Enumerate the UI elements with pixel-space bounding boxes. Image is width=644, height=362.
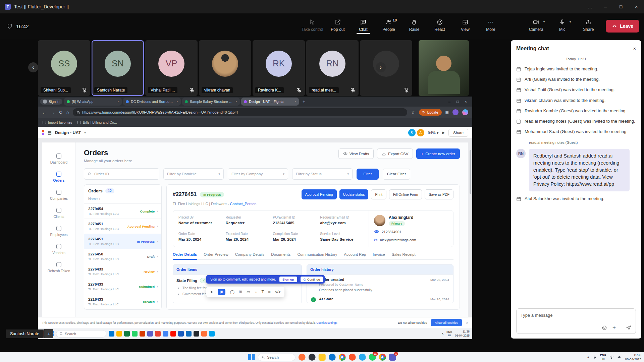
- window-maximize-icon[interactable]: □: [613, 0, 629, 13]
- sidebar-item[interactable]: Employees: [42, 223, 75, 240]
- browser-close-icon[interactable]: ×: [465, 100, 467, 104]
- order-action-button[interactable]: Update status: [339, 189, 369, 199]
- detail-tab[interactable]: Communication History: [297, 252, 337, 259]
- taskbar-app-icon[interactable]: [140, 331, 145, 337]
- view-drafts-button[interactable]: View Drafts: [338, 148, 374, 159]
- contact-email[interactable]: alex@vstatefilings.com: [380, 238, 416, 242]
- taskbar-app-icon[interactable]: [201, 331, 207, 337]
- favorite-item[interactable]: Import favorites: [43, 120, 72, 124]
- section-tool-icon[interactable]: ⌗: [268, 290, 271, 294]
- filter-domicile-select[interactable]: Filter by Domicile▾: [163, 168, 224, 180]
- mic-dropdown-icon[interactable]: ▾: [570, 20, 571, 23]
- browser-maximize-icon[interactable]: □: [457, 100, 459, 104]
- cursor-tool-icon[interactable]: ➤: [210, 290, 213, 294]
- start-button-icon[interactable]: [248, 354, 255, 361]
- contact-person-link[interactable]: Contact_Person: [230, 202, 257, 206]
- present-play-icon[interactable]: ▶: [442, 131, 445, 134]
- figma-logo-icon[interactable]: [42, 130, 44, 135]
- taskbar-app-icon[interactable]: [155, 331, 161, 337]
- tab-close-icon[interactable]: ×: [117, 100, 119, 103]
- order-row[interactable]: 2276450 TL Flex Holdings LLC Draft ›: [84, 249, 161, 264]
- detail-tab[interactable]: Sales Receipt: [392, 252, 416, 259]
- taskbar-app-icon[interactable]: [194, 331, 199, 337]
- order-row[interactable]: 2216433 TL Flex Holdings LLC Created ›: [84, 294, 161, 309]
- shape-tool-icon[interactable]: ◯: [230, 290, 234, 294]
- figma-canvas[interactable]: Dashboard Orders Companies Clients Emplo…: [38, 139, 472, 328]
- extensions-icon[interactable]: ▦: [445, 110, 449, 115]
- url-bar[interactable]: https://www.figma.com/design/9BKQ0FOHRWa…: [73, 108, 407, 116]
- cookie-settings-link[interactable]: Cookies settings: [316, 321, 337, 324]
- mic-button[interactable]: ▾ Mic: [550, 16, 574, 34]
- taskbar-app-icon[interactable]: [147, 331, 153, 337]
- close-chat-icon[interactable]: ×: [633, 46, 636, 51]
- figma-doc-title[interactable]: Design - UAT: [55, 130, 81, 135]
- taskbar-search-input[interactable]: Search: [258, 354, 295, 361]
- share-button[interactable]: Share: [576, 16, 600, 34]
- window-minimize-icon[interactable]: –: [598, 0, 613, 13]
- browser-minimize-icon[interactable]: –: [448, 100, 450, 104]
- favorites-star-icon[interactable]: ☆: [411, 110, 415, 115]
- browser-profile-icon[interactable]: [452, 109, 459, 115]
- detail-tab[interactable]: Order Details: [173, 252, 197, 259]
- doc-title-chevron-icon[interactable]: ▾: [84, 131, 86, 134]
- back-icon[interactable]: ←: [42, 110, 47, 115]
- order-action-button[interactable]: Fill Online Form: [389, 189, 422, 199]
- filter-button[interactable]: Filter: [357, 169, 379, 180]
- scroll-right-icon[interactable]: ›: [376, 62, 386, 72]
- favorite-item[interactable]: Bills | Billing and Co...: [77, 120, 117, 124]
- taskbar-app-icon[interactable]: [359, 354, 366, 361]
- filter-company-select[interactable]: Filter by Company▾: [228, 168, 288, 180]
- taskbar-app-icon[interactable]: 1: [389, 354, 396, 361]
- tray-chevron-icon[interactable]: ∧: [587, 355, 589, 359]
- name-column-header[interactable]: Name: [88, 197, 98, 201]
- text-tool-icon[interactable]: T: [261, 290, 264, 294]
- allow-cookies-button[interactable]: Allow all cookies: [431, 319, 462, 326]
- language-indicator[interactable]: ENGIN: [600, 354, 606, 360]
- window-more-icon[interactable]: …: [582, 0, 598, 13]
- participant-tile[interactable]: SN Santosh Narate: [92, 40, 144, 96]
- order-action-button[interactable]: Save as PDF: [425, 189, 453, 199]
- order-id-search-input[interactable]: Order ID: [84, 168, 159, 180]
- participant-tile[interactable]: vikram chavan: [199, 40, 251, 96]
- taskbar-app-icon[interactable]: [308, 354, 315, 361]
- canvas-scrollbar[interactable]: [470, 150, 471, 194]
- collaborator-avatar[interactable]: A: [417, 129, 424, 136]
- taskbar-search-input[interactable]: Search: [56, 330, 106, 338]
- detail-tab[interactable]: Company Details: [235, 252, 265, 259]
- taskbar-app-icon[interactable]: [178, 331, 184, 337]
- taskbar-clock[interactable]: 11:3808-04-2025: [455, 330, 470, 337]
- participant-tile[interactable]: [360, 40, 412, 96]
- sidebar-item[interactable]: Dashboard: [42, 150, 75, 167]
- participant-tile[interactable]: RN read.ai mee...: [306, 40, 359, 96]
- more-button[interactable]: ⋯ More: [479, 16, 503, 34]
- chat-button[interactable]: Chat: [351, 16, 375, 34]
- emoji-icon[interactable]: [602, 325, 607, 330]
- raise-hand-button[interactable]: Raise: [402, 16, 426, 34]
- order-row[interactable]: 2279454 TL Flex Holdings LLC Complete ›: [84, 204, 161, 219]
- scroll-left-icon[interactable]: ‹: [28, 62, 38, 72]
- refresh-icon[interactable]: ↻: [59, 110, 63, 115]
- zoom-level[interactable]: 94% ▾: [428, 130, 439, 135]
- rect-tool-icon[interactable]: ▭: [247, 290, 250, 294]
- sidebar-item[interactable]: Vendors: [42, 241, 75, 258]
- google-continue-button[interactable]: GContinue: [301, 277, 323, 282]
- view-button[interactable]: View: [453, 16, 477, 34]
- pin-presenter-icon[interactable]: +: [44, 329, 53, 338]
- people-button[interactable]: 10 People: [377, 16, 401, 34]
- contact-phone[interactable]: 2123874901: [382, 230, 401, 234]
- participant-tile[interactable]: RK Ravindra K...: [253, 40, 305, 96]
- participant-video-tile[interactable]: [419, 40, 469, 96]
- collaborator-avatar[interactable]: S: [408, 129, 416, 136]
- taskbar-app-icon[interactable]: 81: [369, 354, 376, 361]
- window-close-icon[interactable]: ×: [629, 0, 644, 13]
- order-row[interactable]: 2276451 TL Flex Holdings LLC In Progress…: [84, 234, 161, 249]
- tab-close-icon[interactable]: ×: [235, 100, 237, 103]
- sidebar-item[interactable]: Clients: [42, 205, 75, 222]
- take-control-button[interactable]: Take control: [300, 16, 324, 34]
- chat-compose-box[interactable]: +: [516, 308, 636, 334]
- filter-status-select[interactable]: Filter by Status▾: [292, 168, 353, 180]
- detail-tab[interactable]: Documents: [271, 252, 290, 259]
- detail-tab[interactable]: Invoice: [373, 252, 385, 259]
- taskbar-app-icon[interactable]: [163, 331, 168, 337]
- participant-tile[interactable]: VP Vishal Patil ...: [145, 40, 198, 96]
